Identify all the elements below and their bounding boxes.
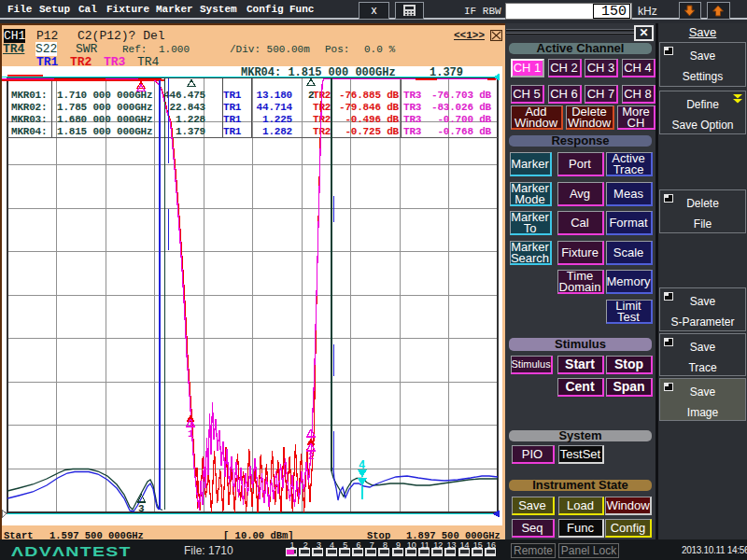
svg-text:TR3: TR3 xyxy=(403,126,422,137)
svg-text:TR1: TR1 xyxy=(223,126,242,137)
svg-text:-79.846 dB: -79.846 dB xyxy=(339,102,400,113)
svg-text:MKR02:: MKR02: xyxy=(11,102,47,113)
svg-text:2: 2 xyxy=(308,90,315,101)
svg-text:-0.496 dB: -0.496 dB xyxy=(345,114,399,125)
svg-text:1.815 000 000GHz: 1.815 000 000GHz xyxy=(57,126,152,137)
svg-text:1.680 000 000GHz: 1.680 000 000GHz xyxy=(57,114,152,125)
svg-text:1.785 000 000GHz: 1.785 000 000GHz xyxy=(57,102,152,113)
svg-text:MKR01:: MKR01: xyxy=(11,90,47,101)
svg-text:TR1: TR1 xyxy=(223,90,242,101)
svg-text:TR3: TR3 xyxy=(403,114,422,125)
svg-text:3: 3 xyxy=(138,503,145,514)
svg-text:-76.885 dB: -76.885 dB xyxy=(339,90,400,101)
svg-text:446.475: 446.475 xyxy=(163,90,205,101)
svg-text:2: 2 xyxy=(308,451,315,462)
svg-text:13.180: 13.180 xyxy=(257,90,292,101)
svg-text:MKR03:: MKR03: xyxy=(11,114,47,125)
svg-text:1.282: 1.282 xyxy=(262,126,292,137)
svg-text:TR2: TR2 xyxy=(313,126,331,137)
svg-text:TR3: TR3 xyxy=(403,90,422,101)
svg-text:TR2: TR2 xyxy=(313,114,331,125)
svg-text:1: 1 xyxy=(188,428,194,440)
svg-text:MKR04:: MKR04: xyxy=(11,126,47,137)
svg-text:1.379: 1.379 xyxy=(176,126,205,137)
svg-text:TR1: TR1 xyxy=(223,114,242,125)
svg-text:-76.703 dB: -76.703 dB xyxy=(431,90,492,101)
svg-text:TR1: TR1 xyxy=(223,102,242,113)
svg-text:44.714: 44.714 xyxy=(257,102,293,113)
svg-text:-0.725 dB: -0.725 dB xyxy=(345,126,399,137)
svg-text:TR3: TR3 xyxy=(403,102,422,113)
svg-text:-83.026 dB: -83.026 dB xyxy=(431,102,492,113)
svg-text:22.843: 22.843 xyxy=(170,102,206,113)
svg-text:1.228: 1.228 xyxy=(176,114,206,125)
svg-text:-0.768 dB: -0.768 dB xyxy=(437,126,491,137)
svg-text:1.225: 1.225 xyxy=(262,114,293,125)
svg-text:-0.700 dB: -0.700 dB xyxy=(437,114,491,125)
